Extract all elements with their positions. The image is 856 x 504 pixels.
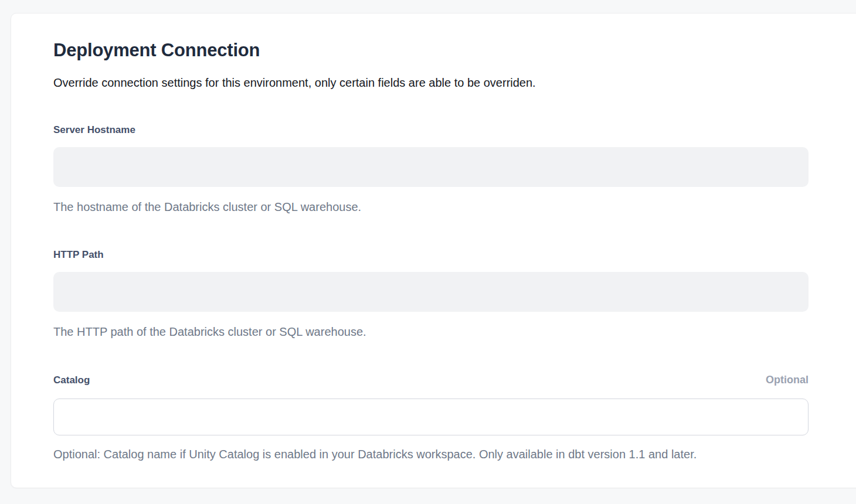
page-title: Deployment Connection: [53, 40, 809, 60]
field-server-hostname: Server Hostname The hostname of the Data…: [53, 124, 809, 214]
deployment-connection-card: Deployment Connection Override connectio…: [11, 13, 856, 488]
catalog-label: Catalog: [53, 374, 90, 387]
http-path-helper: The HTTP path of the Databricks cluster …: [53, 325, 809, 339]
server-hostname-input: [53, 147, 809, 187]
server-hostname-label-row: Server Hostname: [53, 124, 809, 137]
server-hostname-label: Server Hostname: [53, 124, 135, 137]
field-http-path: HTTP Path The HTTP path of the Databrick…: [53, 248, 809, 339]
http-path-input: [53, 272, 809, 312]
field-catalog: Catalog Optional Optional: Catalog name …: [53, 373, 809, 461]
page-subtitle: Override connection settings for this en…: [53, 76, 809, 90]
server-hostname-helper: The hostname of the Databricks cluster o…: [53, 200, 809, 214]
catalog-optional-badge: Optional: [766, 373, 809, 386]
catalog-helper: Optional: Catalog name if Unity Catalog …: [53, 447, 809, 461]
http-path-label-row: HTTP Path: [53, 248, 809, 261]
card-content: Deployment Connection Override connectio…: [11, 13, 809, 461]
catalog-input[interactable]: [53, 399, 809, 435]
catalog-label-row: Catalog Optional: [53, 373, 809, 387]
http-path-label: HTTP Path: [53, 248, 104, 261]
